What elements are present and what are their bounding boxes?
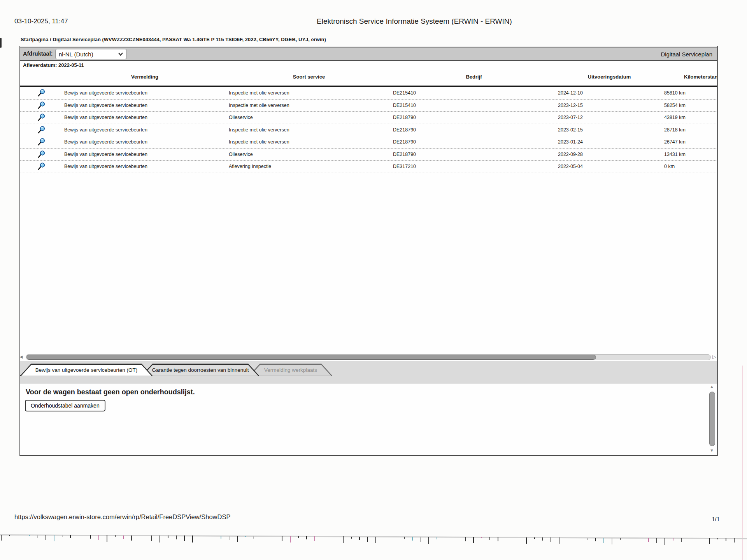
toolbar-title: Digitaal Serviceplan (661, 51, 712, 58)
cell-soort-service: Inspectie met olie verversen (229, 103, 289, 108)
page-number: 1/1 (685, 516, 720, 522)
row-magnifier-button[interactable] (37, 89, 47, 97)
table-row: Bewijs van uitgevoerde servicebeurtenIns… (20, 87, 717, 100)
cell-uitvoeringsdatum: 2023-01-24 (558, 139, 583, 145)
table-header-divider (20, 86, 717, 87)
cell-soort-service: Inspectie met olie verversen (229, 139, 289, 145)
magnifier-icon (37, 138, 46, 146)
dsp-panel: Afdruktaal: nl-NL (Dutch) Digitaal Servi… (19, 46, 718, 456)
scroll-up-arrow-icon[interactable]: ▲ (710, 384, 714, 389)
cell-bedrijf: DE215410 (393, 90, 416, 96)
print-language-select[interactable]: nl-NL (Dutch) (55, 49, 127, 59)
cell-vermelding: Bewijs van uitgevoerde servicebeurten (64, 115, 147, 120)
table-row: Bewijs van uitgevoerde servicebeurtenIns… (20, 124, 717, 136)
scroll-down-arrow-icon[interactable]: ▼ (710, 448, 714, 453)
print-language-value: nl-NL (Dutch) (59, 51, 93, 58)
table-row: Bewijs van uitgevoerde servicebeurtenIns… (20, 100, 717, 112)
cell-soort-service: Olieservice (229, 152, 253, 157)
column-header-uitvoeringsdatum: Uitvoeringsdatum (588, 74, 631, 80)
cell-bedrijf: DE218790 (393, 152, 416, 157)
cell-kilometerstand: 85810 km (664, 90, 686, 96)
cell-bedrijf: DE317210 (393, 164, 416, 169)
print-datetime: 03-10-2025, 11:47 (14, 18, 68, 25)
scroll-right-arrow-icon[interactable]: ▷ (712, 354, 716, 360)
row-magnifier-button[interactable] (37, 113, 47, 122)
magnifier-icon (37, 162, 46, 171)
cell-soort-service: Inspectie met olie verversen (229, 127, 289, 133)
cell-vermelding: Bewijs van uitgevoerde servicebeurten (64, 152, 147, 157)
column-header-kilometerstand: Kilometerstand (684, 74, 717, 80)
cell-vermelding: Bewijs van uitgevoerde servicebeurten (64, 127, 147, 133)
cell-kilometerstand: 0 km (664, 164, 675, 169)
cell-uitvoeringsdatum: 2022-05-04 (558, 164, 583, 169)
table-row: Bewijs van uitgevoerde servicebeurtenAfl… (20, 161, 717, 173)
no-open-list-message: Voor de wagen bestaat geen open onderhou… (26, 388, 195, 396)
cell-soort-service: Aflevering Inspectie (229, 164, 271, 169)
magnifier-icon (37, 113, 46, 122)
cell-uitvoeringsdatum: 2024-12-10 (558, 90, 583, 96)
service-history-table: Vermelding Soort service Bedrijf Uitvoer… (20, 70, 717, 187)
tab-vermelding-werkplaats[interactable]: Vermelding werkplaats (249, 364, 332, 376)
scan-pink-line (742, 366, 743, 560)
footer-url: https://volkswagen.erwin-store.com/erwin… (14, 513, 230, 521)
cell-bedrijf: DE218790 (393, 115, 416, 120)
page-title: Elektronisch Service Informatie Systeem … (317, 17, 512, 26)
column-header-soort-service: Soort service (293, 74, 325, 80)
table-row: Bewijs van uitgevoerde servicebeurtenOli… (20, 149, 717, 161)
table-row: Bewijs van uitgevoerde servicebeurtenOli… (20, 112, 717, 124)
cell-kilometerstand: 28718 km (664, 127, 686, 133)
horizontal-scroll-thumb[interactable] (26, 355, 596, 360)
cell-uitvoeringsdatum: 2022-09-28 (558, 152, 583, 157)
scan-artifact-line (0, 534, 747, 539)
cell-vermelding: Bewijs van uitgevoerde servicebeurten (64, 139, 147, 145)
chevron-down-icon (118, 52, 123, 56)
cell-soort-service: Inspectie met olie verversen (229, 90, 289, 96)
cell-bedrijf: DE218790 (393, 139, 416, 145)
create-maintenance-table-button[interactable]: Onderhoudstabel aanmaken (25, 400, 105, 411)
cell-kilometerstand: 13431 km (664, 152, 686, 157)
cell-kilometerstand: 43819 km (664, 115, 686, 120)
magnifier-icon (37, 126, 46, 134)
cell-vermelding: Bewijs van uitgevoerde servicebeurten (64, 103, 147, 108)
open-maintenance-pane: Voor de wagen bestaat geen open onderhou… (20, 383, 717, 455)
column-header-bedrijf: Bedrijf (466, 74, 482, 80)
cell-bedrijf: DE218790 (393, 127, 416, 133)
cell-soort-service: Olieservice (229, 115, 253, 120)
cell-bedrijf: DE215410 (393, 103, 416, 108)
cell-kilometerstand: 58254 km (664, 103, 686, 108)
delivery-date: Afleverdatum: 2022-05-11 (23, 62, 84, 68)
cell-vermelding: Bewijs van uitgevoerde servicebeurten (64, 164, 147, 169)
column-header-vermelding: Vermelding (131, 74, 158, 80)
scan-edge-mark (0, 38, 2, 48)
horizontal-scroll-track[interactable] (26, 354, 711, 360)
tab-garantie-doorroesten[interactable]: Garantie tegen doorroesten van binnenuit (142, 364, 259, 376)
scroll-left-arrow-icon[interactable]: ◄ (19, 354, 24, 360)
magnifier-icon (37, 150, 46, 159)
cell-vermelding: Bewijs van uitgevoerde servicebeurten (64, 90, 147, 96)
tab-bewijs-servicebeurten[interactable]: Bewijs van uitgevoerde servicebeurten (O… (20, 364, 153, 376)
breadcrumb: Startpagina / Digitaal Serviceplan (WVWZ… (21, 37, 326, 42)
row-magnifier-button[interactable] (37, 162, 47, 171)
magnifier-icon (37, 101, 46, 110)
cell-uitvoeringsdatum: 2023-07-12 (558, 115, 583, 120)
magnifier-icon (37, 89, 46, 97)
print-language-label: Afdruktaal: (23, 51, 53, 57)
cell-kilometerstand: 26747 km (664, 139, 686, 145)
vertical-scroll-thumb[interactable] (709, 392, 715, 446)
printed-page: 03-10-2025, 11:47 Elektronisch Service I… (0, 0, 747, 560)
horizontal-scrollbar[interactable]: ◄ ▷ (21, 353, 717, 361)
vertical-scrollbar[interactable]: ▲ ▼ (709, 385, 715, 452)
row-magnifier-button[interactable] (37, 101, 47, 110)
row-magnifier-button[interactable] (37, 138, 47, 146)
row-magnifier-button[interactable] (37, 150, 47, 159)
tab-strip: Bewijs van uitgevoerde servicebeurten (O… (20, 361, 717, 383)
cell-uitvoeringsdatum: 2023-02-15 (558, 127, 583, 133)
table-row: Bewijs van uitgevoerde servicebeurtenIns… (20, 136, 717, 149)
cell-uitvoeringsdatum: 2023-12-15 (558, 103, 583, 108)
toolbar: Afdruktaal: nl-NL (Dutch) Digitaal Servi… (20, 47, 717, 61)
row-magnifier-button[interactable] (37, 126, 47, 134)
